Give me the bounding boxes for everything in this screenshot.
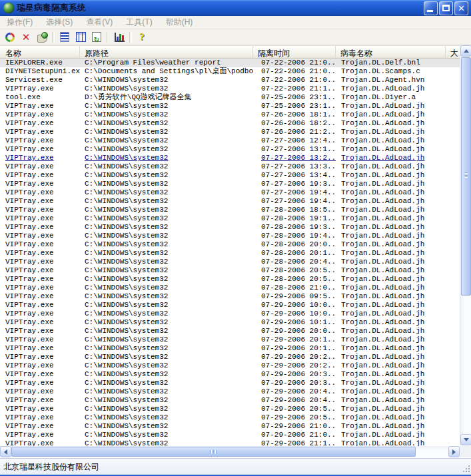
table-row[interactable]: VIPTray.exeC:\WINDOWS\system3207-28-2006… <box>0 258 460 266</box>
column-header-name[interactable]: 名称 <box>0 46 80 58</box>
menu-select[interactable]: 选择(S) <box>39 15 79 30</box>
scroll-up-button[interactable] <box>460 45 471 57</box>
scroll-left-button[interactable] <box>0 446 11 457</box>
close-button[interactable] <box>454 1 468 15</box>
table-row[interactable]: VIPTray.exeC:\WINDOWS\system3207-27-2006… <box>0 180 460 188</box>
column-adjust-button[interactable] <box>73 30 89 44</box>
vertical-scrollbar[interactable] <box>460 45 471 445</box>
table-row[interactable]: VIPTray.exeC:\WINDOWS\system3207-29-2006… <box>0 387 460 396</box>
scroll-right-button[interactable] <box>448 446 460 457</box>
table-row[interactable]: VIPTray.exeC:\WINDOWS\system3207-28-2006… <box>0 284 460 292</box>
table-row[interactable]: VIPTray.exeC:\WINDOWS\system3207-29-2006… <box>0 422 460 431</box>
cell-path: C:\WINDOWS\system32 <box>80 76 253 85</box>
cell-virus: Trojan.DL.AdLoad.jh <box>336 275 446 284</box>
table-row[interactable]: VIPTray.exeC:\WINDOWS\system3207-29-2006… <box>0 336 460 344</box>
scroll-down-button[interactable] <box>460 434 471 445</box>
menu-view[interactable]: 查看(V) <box>79 15 119 30</box>
cell-time: 07-28-2006 21:0... <box>253 284 336 292</box>
table-row[interactable]: VIPTray.exeC:\WINDOWS\system3207-28-2006… <box>0 232 460 240</box>
cell-time: 07-29-2006 20:1... <box>253 336 336 344</box>
maximize-button[interactable] <box>439 1 453 15</box>
column-header-path[interactable]: 原路径 <box>80 46 253 58</box>
table-row[interactable]: VIPTray.exeC:\WINDOWS\system3207-27-2006… <box>0 136 460 145</box>
restore-button[interactable] <box>2 30 18 44</box>
cell-name: VIPTray.exe <box>0 162 80 171</box>
table-row[interactable]: Servicest.exeC:\WINDOWS\system3207-22-20… <box>0 76 460 85</box>
cell-time: 07-27-2006 13:2... <box>253 154 336 162</box>
help-button[interactable]: ? <box>134 30 150 44</box>
table-row[interactable]: VIPTray.exeC:\WINDOWS\system3207-28-2006… <box>0 206 460 214</box>
title-bar[interactable]: 瑞星病毒隔离系统 <box>0 0 471 16</box>
detail-view-button[interactable] <box>57 30 73 44</box>
column-header-size[interactable]: 大 <box>446 46 460 58</box>
cell-virus: Trojan.DL.AdLoad.jh <box>336 361 446 370</box>
table-row[interactable]: VIPTray.exeC:\WINDOWS\system3207-29-2006… <box>0 301 460 310</box>
table-row[interactable]: VIPTray.exeC:\WINDOWS\system3207-26-2006… <box>0 111 460 119</box>
horizontal-scroll-thumb[interactable] <box>11 447 416 457</box>
table-row[interactable]: VIPTray.exeC:\WINDOWS\system3207-29-2006… <box>0 405 460 413</box>
cell-path: D:\勇芳软件\QQ游戏记牌器全集 <box>80 93 253 102</box>
table-row[interactable]: VIPTray.exeC:\WINDOWS\system3207-29-2006… <box>0 344 460 353</box>
table-row[interactable]: VIPTray.exeC:\WINDOWS\system3207-26-2006… <box>0 119 460 128</box>
table-row[interactable]: DIYNETSetupUni.exeC:\Documents and Setti… <box>0 67 460 76</box>
table-row[interactable]: VIPTray.exeC:\WINDOWS\system3207-26-2006… <box>0 128 460 136</box>
table-row[interactable]: VIPTray.exeC:\WINDOWS\system3207-22-2006… <box>0 85 460 93</box>
table-row[interactable]: VIPTray.exeC:\WINDOWS\system3207-27-2006… <box>0 162 460 171</box>
table-row[interactable]: VIPTray.exeC:\WINDOWS\system3207-27-2006… <box>0 154 460 162</box>
table-row[interactable]: VIPTray.exeC:\WINDOWS\system3207-27-2006… <box>0 188 460 197</box>
table-row[interactable]: VIPTray.exeC:\WINDOWS\system3207-29-2006… <box>0 353 460 361</box>
table-row[interactable]: VIPTray.exeC:\WINDOWS\system3207-29-2006… <box>0 431 460 439</box>
table-row[interactable]: VIPTray.exeC:\WINDOWS\system3207-29-2006… <box>0 361 460 370</box>
cell-name: VIPTray.exe <box>0 310 80 318</box>
menu-operate[interactable]: 操作(F) <box>0 15 39 30</box>
table-row[interactable]: VIPTray.exeC:\WINDOWS\system3207-28-2006… <box>0 249 460 258</box>
cell-time: 07-28-2006 20:1... <box>253 249 336 258</box>
cell-virus: Trojan.DL.AdLoad.jh <box>336 171 446 180</box>
table-row[interactable]: VIPTray.exeC:\WINDOWS\system3207-27-2006… <box>0 145 460 154</box>
minimize-button[interactable] <box>424 1 438 15</box>
table-row[interactable]: VIPTray.exeC:\WINDOWS\system3207-29-2006… <box>0 379 460 387</box>
table-row[interactable]: VIPTray.exeC:\WINDOWS\system3207-29-2006… <box>0 318 460 327</box>
refresh-button[interactable] <box>89 30 105 44</box>
menu-help[interactable]: 帮助(H) <box>159 15 200 30</box>
table-row[interactable]: VIPTray.exeC:\WINDOWS\system3207-29-2006… <box>0 439 460 446</box>
table-row[interactable]: VIPTray.exeC:\WINDOWS\system3207-28-2006… <box>0 223 460 232</box>
table-row[interactable]: VIPTray.exeC:\WINDOWS\system3207-28-2006… <box>0 240 460 249</box>
cell-virus: Trojan.DL.AdLoad.jh <box>336 379 446 387</box>
cell-time: 07-27-2006 19:4... <box>253 188 336 197</box>
table-row[interactable]: VIPTray.exeC:\WINDOWS\system3207-29-2006… <box>0 370 460 379</box>
delete-button[interactable]: ✕ <box>18 30 34 44</box>
vertical-scroll-thumb[interactable] <box>461 57 471 296</box>
table-row[interactable]: VIPTray.exeC:\WINDOWS\system3207-29-2006… <box>0 413 460 422</box>
table-row[interactable]: VIPTray.exeC:\WINDOWS\system3207-28-2006… <box>0 214 460 223</box>
table-row[interactable]: VIPTray.exeC:\WINDOWS\system3207-27-2006… <box>0 171 460 180</box>
table-row[interactable]: VIPTray.exeC:\WINDOWS\system3207-25-2006… <box>0 102 460 111</box>
app-icon[interactable] <box>3 3 14 13</box>
horizontal-scrollbar[interactable] <box>0 446 460 457</box>
submit-button[interactable] <box>34 30 50 44</box>
cell-virus: Trojan.DL.AdLoad.jh <box>336 180 446 188</box>
quarantine-list: IEXPLORER.exeC:\Program Files\weather re… <box>0 59 460 446</box>
resize-grip-icon[interactable] <box>462 464 470 473</box>
table-row[interactable]: VIPTray.exeC:\WINDOWS\system3207-29-2006… <box>0 292 460 301</box>
table-row[interactable]: VIPTray.exeC:\WINDOWS\system3207-27-2006… <box>0 197 460 206</box>
cell-path: C:\WINDOWS\system32 <box>80 162 253 171</box>
cell-time: 07-28-2006 20:4... <box>253 258 336 266</box>
cell-time: 07-27-2006 12:4... <box>253 136 336 145</box>
cell-path: C:\WINDOWS\system32 <box>80 405 253 413</box>
cell-time: 07-27-2006 19:4... <box>253 197 336 206</box>
table-row[interactable]: VIPTray.exeC:\WINDOWS\system3207-28-2006… <box>0 266 460 275</box>
cell-path: C:\WINDOWS\system32 <box>80 336 253 344</box>
cell-virus: Trojan.DL.Scamps.c <box>336 67 446 76</box>
table-row[interactable]: VIPTray.exeC:\WINDOWS\system3207-29-2006… <box>0 327 460 336</box>
table-row[interactable]: VIPTray.exeC:\WINDOWS\system3207-29-2006… <box>0 310 460 318</box>
table-row[interactable]: VIPTray.exeC:\WINDOWS\system3207-29-2006… <box>0 396 460 405</box>
menu-tools[interactable]: 工具(T) <box>119 15 159 30</box>
table-row[interactable]: IEXPLORER.exeC:\Program Files\weather re… <box>0 59 460 67</box>
column-header-virus[interactable]: 病毒名称 <box>336 46 446 58</box>
statistics-button[interactable] <box>111 30 127 44</box>
column-header-time[interactable]: 隔离时间 <box>253 46 336 58</box>
table-row[interactable]: VIPTray.exeC:\WINDOWS\system3207-28-2006… <box>0 275 460 284</box>
cell-path: C:\Documents and Settings\pl\桌面\podbot <box>80 67 253 76</box>
table-row[interactable]: tool.exeD:\勇芳软件\QQ游戏记牌器全集07-25-2006 23:1… <box>0 93 460 102</box>
